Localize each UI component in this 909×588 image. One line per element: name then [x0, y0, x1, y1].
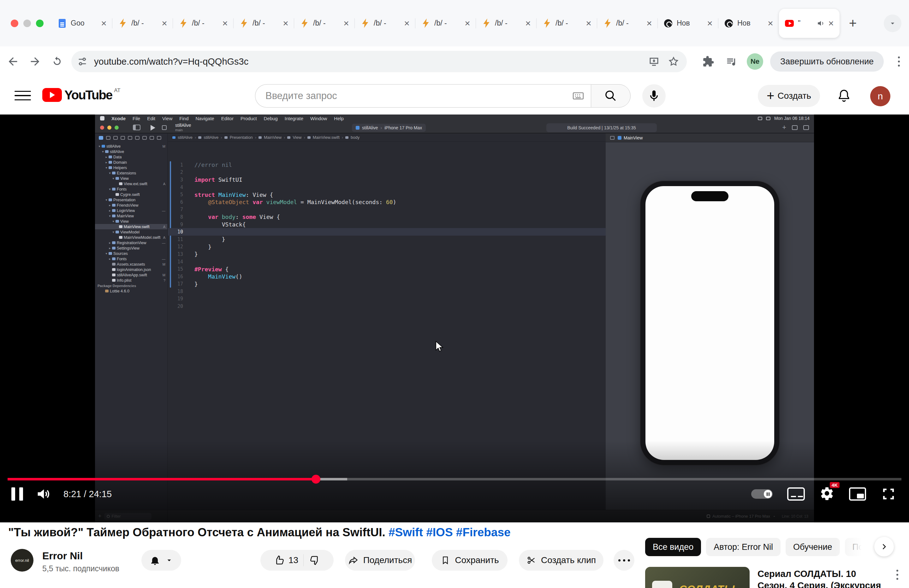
filter-chip[interactable]: Обучение: [786, 538, 839, 556]
xcode-zoom-button[interactable]: [115, 126, 119, 130]
browser-tab[interactable]: Goo×: [52, 9, 112, 38]
tab-close-button[interactable]: ×: [704, 18, 715, 29]
breadcrumb-item[interactable]: View: [293, 135, 301, 140]
search-navigator-icon[interactable]: [113, 136, 118, 140]
new-tab-button[interactable]: +: [844, 15, 862, 32]
file-tree-item[interactable]: ▾View: [95, 176, 167, 181]
miniplayer-button[interactable]: [849, 487, 866, 501]
minimize-window-button[interactable]: [23, 19, 31, 27]
related-video-title[interactable]: Сериал СОЛДАТЫ. 10 Сезон. 4 Серия. (Экск…: [757, 568, 887, 588]
browser-tab[interactable]: /b/ -×: [234, 9, 294, 38]
tab-close-button[interactable]: ×: [644, 18, 655, 29]
xcode-menu-view[interactable]: View: [162, 116, 172, 121]
disclosure-triangle[interactable]: ▾: [112, 230, 115, 234]
xcode-menu-debug[interactable]: Debug: [264, 116, 278, 121]
code-line[interactable]: 12 }: [168, 243, 606, 251]
browser-tab[interactable]: Нов×: [718, 9, 779, 38]
filter-chip[interactable]: Автор: Error Nil: [706, 538, 781, 556]
tab-close-button[interactable]: ×: [280, 18, 291, 29]
related-video-thumbnail[interactable]: СОЛДАТЫ: [645, 567, 750, 588]
xcode-menu-xcode[interactable]: Xcode: [112, 116, 126, 121]
code-line[interactable]: 1//error nil: [168, 161, 606, 169]
tab-close-button[interactable]: ×: [99, 18, 109, 29]
code-line[interactable]: 3import SwiftUI: [168, 176, 606, 184]
breadcrumb-item[interactable]: stillAlive: [178, 135, 192, 140]
chips-scroll-button[interactable]: [874, 537, 894, 556]
browser-tab[interactable]: /b/ -×: [173, 9, 234, 38]
disclosure-triangle[interactable]: ▾: [112, 177, 115, 180]
tab-close-button[interactable]: ×: [220, 18, 230, 29]
tab-close-button[interactable]: ×: [826, 18, 836, 29]
file-tree-item[interactable]: Info.plist?: [95, 278, 167, 283]
disclosure-triangle[interactable]: ▾: [105, 252, 108, 255]
settings-button[interactable]: 4K: [819, 486, 835, 502]
file-tree-item[interactable]: ▾Presentation: [95, 197, 167, 202]
finish-update-button[interactable]: Завершить обновление: [770, 52, 884, 72]
file-tree-item[interactable]: Lottie 4.6.0: [95, 288, 167, 294]
file-tree-item[interactable]: stillAliveApp.swiftM: [95, 272, 167, 278]
extra-navigator-icon[interactable]: [157, 136, 161, 140]
code-line[interactable]: 2: [168, 169, 606, 176]
file-tree-item[interactable]: ▾stillAliveM: [95, 144, 167, 149]
more-actions-button[interactable]: [613, 550, 634, 571]
url-text[interactable]: youtube.com/watch?v=Hq-qQQhGs3c: [94, 57, 642, 67]
breadcrumb-item[interactable]: body: [351, 135, 359, 140]
disclosure-triangle[interactable]: ▾: [108, 187, 112, 191]
file-tree-item[interactable]: ▸FriendsView: [95, 202, 167, 208]
iphone-preview-frame[interactable]: [641, 181, 779, 465]
file-tree-item[interactable]: View.ext.swiftA: [95, 181, 167, 186]
xcode-menu-product[interactable]: Product: [241, 116, 257, 121]
code-line[interactable]: 19: [168, 295, 606, 303]
browser-tab[interactable]: /b/ -×: [476, 9, 537, 38]
canvas-tab[interactable]: MainView: [618, 135, 643, 141]
source-control-icon[interactable]: [106, 136, 110, 140]
code-line[interactable]: 20: [168, 302, 606, 310]
file-tree-item[interactable]: ▾stillAlive: [95, 149, 167, 154]
code-line[interactable]: 17}: [168, 280, 606, 288]
related-video-menu-button[interactable]: [896, 570, 898, 580]
progress-scrubber[interactable]: [312, 475, 320, 484]
search-button[interactable]: [591, 84, 631, 108]
add-file-icon[interactable]: +: [98, 513, 102, 520]
pause-button[interactable]: [11, 487, 23, 501]
browser-menu-button[interactable]: [891, 53, 907, 70]
maximize-window-button[interactable]: [36, 19, 44, 27]
share-button[interactable]: Поделиться: [345, 550, 415, 571]
tab-close-button[interactable]: ×: [159, 18, 170, 29]
disclosure-triangle[interactable]: ▾: [105, 166, 108, 170]
forward-button[interactable]: [26, 52, 44, 71]
disclosure-triangle[interactable]: ▾: [105, 198, 108, 202]
tab-audio-icon[interactable]: [816, 19, 826, 28]
jump-bar[interactable]: stillAlive›stillAlive›Presentation›MainV…: [168, 133, 606, 142]
xcode-menu-integrate[interactable]: Integrate: [285, 116, 303, 121]
file-tree-item[interactable]: ▸Data: [95, 154, 167, 160]
code-line[interactable]: 9 VStack{: [168, 221, 606, 228]
filter-chip[interactable]: Все видео: [645, 538, 701, 556]
browser-tab[interactable]: /b/ -×: [416, 9, 476, 38]
browser-profile-avatar[interactable]: Ne: [747, 53, 763, 70]
file-tree-item[interactable]: ▸SettingsView: [95, 246, 167, 251]
browser-tab[interactable]: /b/ -×: [355, 9, 416, 38]
breadcrumb-item[interactable]: stillAlive: [204, 135, 218, 140]
browser-tab[interactable]: /b/ -×: [597, 9, 658, 38]
file-tree-item[interactable]: ▸Domain: [95, 160, 167, 165]
code-line[interactable]: 18: [168, 288, 606, 295]
breadcrumb-item[interactable]: MainView.swift: [313, 135, 340, 140]
file-tree-item[interactable]: ▾View: [95, 219, 167, 224]
disclosure-triangle[interactable]: ▾: [108, 171, 112, 175]
disclosure-triangle[interactable]: ▸: [108, 257, 112, 260]
tab-close-button[interactable]: ×: [765, 18, 776, 29]
file-tree-item[interactable]: ▾Sources: [95, 251, 167, 256]
navigator-toggle-icon[interactable]: [133, 124, 141, 130]
video-player[interactable]: XcodeFileEditViewFindNavigateEditorProdu…: [0, 115, 909, 522]
progress-bar[interactable]: [8, 478, 901, 480]
channel-name[interactable]: Error Nil: [42, 550, 83, 562]
disclosure-triangle[interactable]: ▸: [108, 246, 112, 250]
close-window-button[interactable]: [11, 19, 18, 27]
issue-navigator-icon[interactable]: [121, 136, 125, 140]
disclosure-triangle[interactable]: ▸: [105, 161, 108, 164]
xcode-menu-file[interactable]: File: [133, 116, 140, 121]
file-tree-item[interactable]: ▾MainView: [95, 213, 167, 219]
like-button[interactable]: [273, 554, 285, 566]
report-navigator-icon[interactable]: [150, 136, 154, 140]
